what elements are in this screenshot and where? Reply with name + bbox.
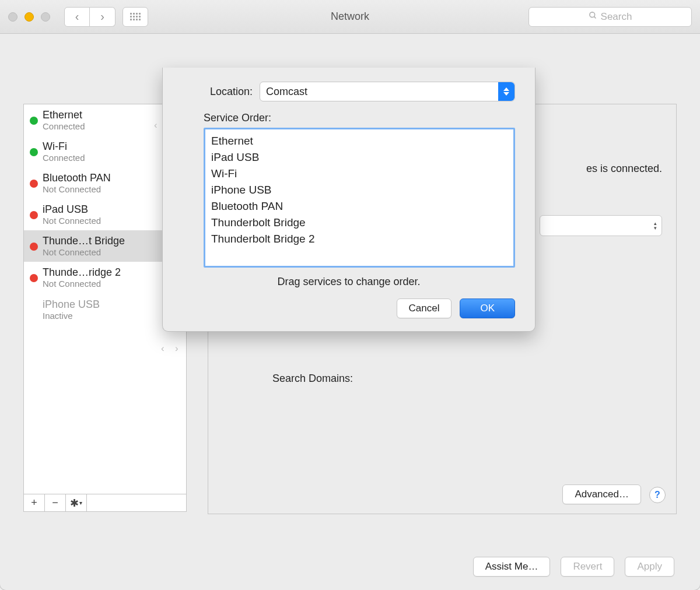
connection-status-text: es is connected. xyxy=(586,163,662,175)
revert-button[interactable]: Revert xyxy=(561,557,614,577)
add-service-button[interactable]: + xyxy=(24,494,45,511)
traffic-lights xyxy=(8,12,50,22)
chevron-down-icon: ▾ xyxy=(79,500,82,506)
service-name: iPad USB xyxy=(43,203,180,216)
ethernet-type-icon: ‹ xyxy=(154,120,158,131)
ok-button[interactable]: OK xyxy=(460,298,515,318)
service-status: Inactive xyxy=(43,311,160,321)
service-name: Thunde…t Bridge xyxy=(43,235,180,247)
service-name: Wi-Fi xyxy=(43,141,180,153)
chevron-right-icon: › xyxy=(100,10,104,23)
gear-icon: ✱ xyxy=(70,497,79,510)
service-status: Connected xyxy=(43,153,180,163)
service-order-item[interactable]: Ethernet xyxy=(211,133,508,149)
service-name: iPhone USB xyxy=(43,298,160,311)
service-order-item[interactable]: iPhone USB xyxy=(211,182,508,198)
service-actions-button[interactable]: ✱▾ xyxy=(66,494,87,511)
forward-button[interactable]: › xyxy=(90,7,116,27)
zoom-button[interactable] xyxy=(41,12,50,22)
location-value: Comcast xyxy=(266,86,307,98)
select-caret-icon xyxy=(498,82,514,101)
service-name: Ethernet xyxy=(43,109,180,121)
search-input[interactable]: Search xyxy=(528,7,692,27)
configure-dropdown[interactable]: ▴▾ xyxy=(540,215,662,236)
service-order-item[interactable]: Bluetooth PAN xyxy=(211,198,508,215)
service-order-sheet: Location: Comcast Service Order: Etherne… xyxy=(162,68,536,332)
service-name: Bluetooth PAN xyxy=(43,172,180,184)
window-body: EthernetConnectedWi-FiConnectedBluetooth… xyxy=(0,34,700,590)
titlebar: ‹ › Network Search xyxy=(0,0,700,34)
location-label: Location: xyxy=(183,86,253,98)
nav-group: ‹ › xyxy=(64,7,116,27)
status-dot xyxy=(30,117,38,125)
service-name: Thunde…ridge 2 xyxy=(43,266,180,279)
service-order-item[interactable]: Thunderbolt Bridge 2 xyxy=(211,231,508,247)
chevron-right-icon: › xyxy=(175,343,178,354)
back-button[interactable]: ‹ xyxy=(64,7,90,27)
minimize-button[interactable] xyxy=(24,12,34,22)
sidebar-toolbar: + − ✱▾ xyxy=(24,494,186,511)
chevron-left-icon: ‹ xyxy=(75,10,79,23)
service-status: Not Connected xyxy=(43,184,180,194)
window-title: Network xyxy=(331,10,369,23)
show-all-button[interactable] xyxy=(123,7,148,27)
service-order-item[interactable]: Wi-Fi xyxy=(211,166,508,182)
assist-me-button[interactable]: Assist Me… xyxy=(473,557,551,577)
search-placeholder: Search xyxy=(601,11,632,23)
grid-icon xyxy=(130,13,141,20)
advanced-button[interactable]: Advanced… xyxy=(562,484,641,504)
service-order-list[interactable]: EthernetiPad USBWi-FiiPhone USBBluetooth… xyxy=(204,128,515,268)
service-status: Connected xyxy=(43,121,180,131)
stepper-icon: ▴▾ xyxy=(654,221,657,230)
drag-hint: Drag services to change order. xyxy=(183,276,515,288)
status-dot xyxy=(30,180,38,188)
service-status: Not Connected xyxy=(43,279,180,289)
apply-button[interactable]: Apply xyxy=(625,557,674,577)
search-icon xyxy=(589,11,597,23)
network-preferences-window: ‹ › Network Search EthernetConnectedWi-F… xyxy=(0,0,700,590)
cancel-button[interactable]: Cancel xyxy=(397,298,452,318)
service-status: Not Connected xyxy=(43,247,180,257)
service-order-label: Service Order: xyxy=(204,112,515,124)
svg-line-1 xyxy=(594,16,596,18)
status-dot xyxy=(30,243,38,251)
status-dot xyxy=(30,274,38,282)
sidebar-toolbar-spacer xyxy=(87,494,186,511)
bottom-bar: Assist Me… Revert Apply xyxy=(0,543,700,590)
status-dot xyxy=(30,148,38,156)
service-order-item[interactable]: iPad USB xyxy=(211,149,508,166)
remove-service-button[interactable]: − xyxy=(45,494,66,511)
close-button[interactable] xyxy=(8,12,18,22)
location-select[interactable]: Comcast xyxy=(260,82,515,101)
service-order-item[interactable]: Thunderbolt Bridge xyxy=(211,215,508,231)
chevron-left-icon: ‹ xyxy=(161,343,164,354)
help-button[interactable]: ? xyxy=(649,487,666,503)
status-dot xyxy=(30,211,38,219)
service-status: Not Connected xyxy=(43,216,180,226)
svg-point-0 xyxy=(589,12,594,17)
search-domains-label: Search Domains: xyxy=(272,373,353,385)
